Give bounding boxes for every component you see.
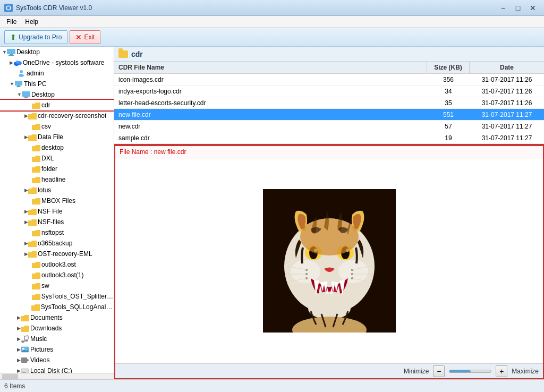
folder-icon-nsffiles — [28, 218, 37, 226]
maximize-button[interactable]: □ — [511, 3, 525, 13]
tree-item-ost-eml[interactable]: ▶ OST-recovery-EML — [0, 249, 114, 259]
tree-label-nsffile: NSF File — [38, 208, 63, 215]
file-cell-size-1: 34 — [427, 88, 470, 95]
file-row-2[interactable]: letter-head-escorts-security.cdr 35 31-0… — [114, 97, 544, 109]
main-content: ▼ Desktop ▶ OneDrive - systools software… — [0, 47, 544, 379]
file-tree: ▼ Desktop ▶ OneDrive - systools software… — [0, 47, 114, 379]
cdr-path-header: cdr — [114, 47, 544, 62]
expand-desktop[interactable]: ▼ — [2, 49, 7, 55]
preview-content — [115, 158, 543, 363]
exit-icon: ✕ — [75, 33, 82, 41]
admin-icon — [17, 69, 26, 78]
tree-label-csv: csv — [41, 123, 51, 130]
expand-downloads[interactable]: ▶ — [17, 326, 21, 331]
tree-label-videos: Videos — [30, 356, 49, 364]
folder-icon-recovery — [28, 112, 37, 120]
tree-label-desktop-sub: Desktop — [31, 91, 55, 98]
expand-videos[interactable]: ▶ — [17, 357, 21, 363]
file-row-3[interactable]: new file.cdr 551 31-07-2017 11:27 — [114, 109, 544, 121]
file-tree-panel[interactable]: ▼ Desktop ▶ OneDrive - systools software… — [0, 47, 114, 379]
tree-item-systools-sql[interactable]: SysTools_SQLLogAnalyza... — [0, 302, 114, 312]
tree-item-documents[interactable]: ▶ Documents — [0, 312, 114, 323]
tree-item-outlook3[interactable]: outlook3.ost — [0, 259, 114, 270]
menu-file[interactable]: File — [2, 17, 21, 27]
tree-item-folder[interactable]: folder — [0, 164, 114, 174]
tree-item-nsffiles[interactable]: ▶ NSF-files — [0, 217, 114, 227]
minimize-button[interactable]: − — [496, 3, 510, 13]
expand-nsffile[interactable]: ▶ — [24, 209, 28, 214]
menu-help[interactable]: Help — [21, 17, 42, 27]
svg-point-7 — [16, 61, 19, 64]
tree-item-onedrive[interactable]: ▶ OneDrive - systools software — [0, 57, 114, 68]
file-cell-size-0: 356 — [427, 76, 470, 83]
file-cell-name-1: indya-exports-logo.cdr — [114, 88, 427, 95]
app-icon — [4, 4, 13, 12]
expand-thispc[interactable]: ▼ — [10, 81, 14, 87]
svg-point-16 — [21, 340, 24, 343]
tree-item-mbox[interactable]: MBOX Files — [0, 195, 114, 206]
file-row-1[interactable]: indya-exports-logo.cdr 34 31-07-2017 11:… — [114, 86, 544, 97]
expand-pictures[interactable]: ▶ — [17, 347, 21, 352]
tiger-image — [263, 189, 396, 333]
file-cell-date-5: 31-07-2017 11:27 — [470, 134, 544, 142]
tree-item-lotus[interactable]: ▶ lotus — [0, 185, 114, 195]
expand-ost-eml[interactable]: ▶ — [24, 251, 28, 257]
folder-icon-csv — [32, 122, 40, 131]
tree-item-thispc[interactable]: ▼ This PC — [0, 79, 114, 89]
tree-item-admin[interactable]: admin — [0, 68, 114, 79]
tree-item-desktop[interactable]: ▼ Desktop — [0, 47, 114, 57]
tree-item-pictures[interactable]: ▶ Pictures — [0, 344, 114, 355]
zoom-out-button[interactable]: − — [433, 365, 445, 377]
close-button[interactable]: ✕ — [526, 3, 540, 13]
expand-o365[interactable]: ▶ — [24, 241, 28, 246]
tree-item-outlook3b[interactable]: outlook3.ost(1) — [0, 270, 114, 280]
tree-item-nsffile[interactable]: ▶ NSF File — [0, 206, 114, 217]
expand-onedrive[interactable]: ▶ — [10, 60, 13, 65]
expand-nsffiles[interactable]: ▶ — [24, 219, 28, 225]
tree-item-datafile[interactable]: ▶ Data File — [0, 132, 114, 142]
minimize-label: Minimize — [404, 368, 429, 375]
tree-item-systools-ost[interactable]: SysTools_OST_Splitter_... — [0, 291, 114, 302]
videos-icon — [21, 356, 29, 364]
exit-button[interactable]: ✕ Exit — [70, 30, 100, 44]
tree-item-desktop-sub[interactable]: ▼ Desktop — [0, 89, 114, 100]
tree-label-folder: folder — [41, 165, 57, 173]
desktop-icon — [7, 48, 15, 56]
file-cell-size-4: 57 — [427, 123, 470, 130]
expand-desktop-sub[interactable]: ▼ — [17, 92, 22, 97]
expand-documents[interactable]: ▶ — [17, 315, 21, 320]
tree-item-desktop3[interactable]: desktop — [0, 142, 114, 153]
expand-datafile[interactable]: ▶ — [24, 134, 28, 140]
tree-label-systools-ost: SysTools_OST_Splitter_... — [41, 293, 114, 300]
expand-music[interactable]: ▶ — [17, 336, 21, 342]
tree-item-videos[interactable]: ▶ Videos — [0, 355, 114, 365]
folder-icon-outlook3b — [32, 271, 40, 279]
expand-lotus[interactable]: ▶ — [24, 188, 28, 193]
zoom-in-button[interactable]: + — [496, 365, 507, 377]
upgrade-button[interactable]: ⬆ Upgrade to Pro — [4, 30, 67, 44]
tree-item-cdr[interactable]: cdr — [0, 100, 114, 110]
tree-item-headline[interactable]: headline — [0, 174, 114, 185]
file-cell-size-2: 35 — [427, 99, 470, 107]
tree-item-dxl[interactable]: DXL — [0, 153, 114, 164]
folder-icon-desktop3 — [32, 143, 40, 152]
folder-icon-nsffile — [28, 207, 37, 216]
svg-marker-25 — [27, 359, 29, 362]
tree-item-downloads[interactable]: ▶ Downloads — [0, 323, 114, 334]
expand-cdr-recovery[interactable]: ▶ — [24, 113, 28, 118]
file-cell-name-2: letter-head-escorts-security.cdr — [114, 99, 427, 107]
preview-header: File Name : new file.cdr — [115, 146, 543, 158]
tree-scrollbar[interactable] — [0, 373, 114, 379]
tree-item-o365[interactable]: ▶ o365backup — [0, 238, 114, 249]
tree-item-sw[interactable]: sw — [0, 280, 114, 291]
tree-item-cdr-recovery[interactable]: ▶ cdr-recovery-screenshot — [0, 110, 114, 121]
tree-item-csv[interactable]: csv — [0, 121, 114, 132]
svg-rect-3 — [10, 54, 13, 55]
file-row-0[interactable]: icon-images.cdr 356 31-07-2017 11:26 — [114, 74, 544, 86]
svg-rect-14 — [24, 97, 28, 98]
tree-item-nsftopst[interactable]: nsftopst — [0, 227, 114, 238]
file-row-4[interactable]: new.cdr 57 31-07-2017 11:27 — [114, 121, 544, 132]
tree-label-cdr-recovery: cdr-recovery-screenshot — [38, 112, 106, 120]
file-row-5[interactable]: sample.cdr 19 31-07-2017 11:27 — [114, 132, 544, 144]
tree-item-music[interactable]: ▶ Music — [0, 334, 114, 344]
